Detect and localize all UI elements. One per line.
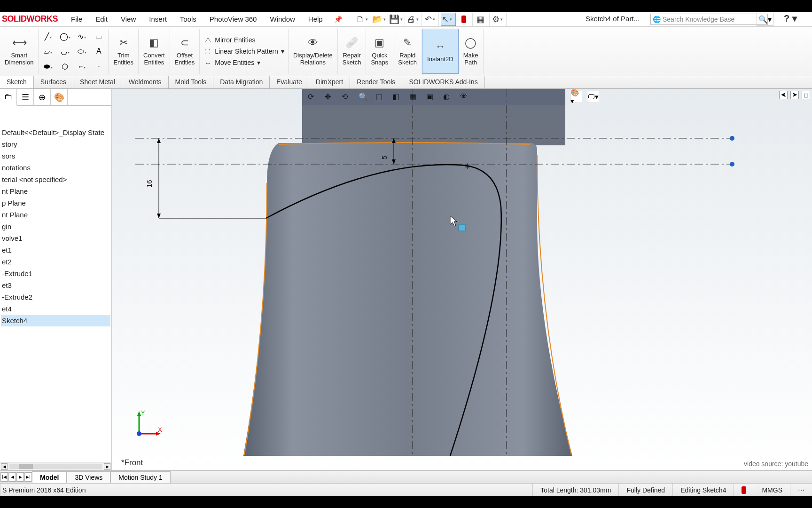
save-icon[interactable]: 💾 [390,13,405,26]
tree-item[interactable]: terial <not specified> [1,174,110,185]
tree-item[interactable]: p Plane [1,197,110,209]
scroll-right-icon[interactable]: ▶ [104,463,110,470]
hide-show-icon[interactable]: ▣ [426,92,437,103]
tree-item[interactable]: sors [1,150,110,162]
move-entities-button[interactable]: ↔Move Entities ▾ [203,58,284,67]
offset-entities-button[interactable]: ⊂ Offset Entities [170,29,200,74]
mirror-entities-button[interactable]: ⧋Mirror Entities [203,36,284,44]
new-document-icon[interactable]: 🗋 [356,13,371,26]
tab-sketch[interactable]: Sketch [0,76,34,88]
tab-next-icon[interactable]: ▶ [16,472,24,482]
tree-item[interactable]: notations [1,162,110,174]
menu-help[interactable]: Help [302,12,329,26]
search-input[interactable]: 🌐 Search Knowledge Base [650,14,768,25]
zoom-icon[interactable]: 🔍 [359,92,369,103]
trim-entities-button[interactable]: ✂ Trim Entities [109,29,139,74]
quick-snaps-button[interactable]: ▣ Quick Snaps [366,29,393,74]
tree-item[interactable]: volve1 [1,232,110,244]
display-delete-relations-button[interactable]: 👁 Display/Delete Relations [289,29,338,74]
fillet-tool-icon[interactable]: ⌐ [75,61,88,71]
tree-item[interactable]: -Extrude2 [1,291,110,303]
convert-entities-button[interactable]: ◧ Convert Entities [139,29,170,74]
tree-item[interactable]: story [1,138,110,150]
view-triad[interactable]: Y X [131,409,164,442]
rotate-icon[interactable]: ⟲ [342,92,352,103]
status-units[interactable]: MMGS [754,484,790,496]
rectangle-tool-icon[interactable]: ▭ [92,31,105,41]
edit-appearance-icon[interactable]: 🎨▾ [570,91,582,103]
tree-item-active-sketch[interactable]: Sketch4 [1,315,110,326]
menu-edit[interactable]: Edit [89,12,114,26]
repair-sketch-button[interactable]: 🩹 Repair Sketch [338,29,367,74]
search-button[interactable]: 🔍▾ [757,13,773,26]
make-path-button[interactable]: ◯ Make Path [459,29,484,74]
text-tool-icon[interactable]: A [92,46,105,56]
tab-evaluate[interactable]: Evaluate [270,76,309,88]
scene-icon[interactable]: 👁 [460,92,470,103]
tab-sheet-metal[interactable]: Sheet Metal [73,76,122,88]
polygon-tool-icon[interactable]: ⬡ [58,61,71,71]
menu-file[interactable]: File [64,12,89,26]
feature-tree[interactable]: Default<<Default>_Display State story so… [0,106,111,327]
property-manager-tab-icon[interactable]: ☰ [17,89,34,106]
tab-motion-study[interactable]: Motion Study 1 [110,471,170,483]
tree-item[interactable]: -Extrude1 [1,268,110,279]
tab-surfaces[interactable]: Surfaces [34,76,73,88]
circle-tool-icon[interactable]: ◯ [58,31,71,41]
tab-render-tools[interactable]: Render Tools [350,76,402,88]
tab-prev-icon[interactable]: ◀ [8,472,16,482]
slot-tool-icon[interactable]: ⬬ [41,61,55,71]
menu-tools[interactable]: Tools [173,12,203,26]
pan-icon[interactable]: ✥ [325,92,335,103]
select-icon[interactable]: ↖ [441,13,456,26]
spline-tool-icon[interactable]: ∿ [75,31,88,41]
line-tool-icon[interactable]: ╱ [41,31,55,41]
status-more-icon[interactable]: ⋯ [790,484,812,496]
scroll-left-icon[interactable]: ◀ [1,463,8,470]
tab-weldments[interactable]: Weldments [122,76,169,88]
view-settings-icon[interactable]: 🖵▾ [587,91,599,103]
display-manager-tab-icon[interactable]: 🎨 [51,89,68,106]
zoom-fit-icon[interactable]: ⟳ [308,92,318,103]
tree-item[interactable]: gin [1,221,110,232]
linear-pattern-button[interactable]: ⸬Linear Sketch Pattern ▾ [203,47,284,56]
tree-item[interactable]: et3 [1,279,110,291]
menu-photoview[interactable]: PhotoView 360 [203,12,264,26]
options-icon[interactable]: ⚙ [492,13,507,26]
display-style-icon[interactable]: ▦ [409,92,420,103]
pin-icon[interactable]: 📌 [329,16,347,23]
model-view[interactable]: ✳ 5 16 [112,89,812,456]
help-icon[interactable]: ? ▾ [784,13,797,24]
rapid-sketch-button[interactable]: ✎ Rapid Sketch [393,29,422,74]
tree-display-state[interactable]: Default<<Default>_Display State [1,127,110,138]
tab-first-icon[interactable]: |◀ [0,472,8,482]
point-tool-icon[interactable]: · [92,61,105,71]
graphics-viewport[interactable]: ⮜ ⮞ ▢ [112,89,812,470]
tab-last-icon[interactable]: ▶| [24,472,32,482]
tab-model[interactable]: Model [32,471,67,483]
appearance-icon[interactable]: ◐ [443,92,453,103]
tab-3d-views[interactable]: 3D Views [67,471,110,483]
corner-rect-tool-icon[interactable]: ▱ [41,46,55,56]
ellipse-tool-icon[interactable]: ⬭ [75,46,88,56]
rebuild-light-icon[interactable] [458,13,473,26]
print-icon[interactable]: 🖨 [407,13,422,26]
menu-view[interactable]: View [114,12,142,26]
dimension-16[interactable]: 16 [145,180,153,188]
open-document-icon[interactable]: 📂 [373,13,388,26]
tab-addins[interactable]: SOLIDWORKS Add-Ins [402,76,484,88]
tab-data-migration[interactable]: Data Migration [213,76,270,88]
dimension-5[interactable]: 5 [380,156,388,159]
configuration-tab-icon[interactable]: ⊕ [34,89,51,106]
feature-tree-tab-icon[interactable]: 🗀 [0,89,17,106]
smart-dimension-button[interactable]: ⟷ Smart Dimension [0,29,39,74]
instant2d-button[interactable]: ↔ Instant2D [422,29,459,74]
menu-window[interactable]: Window [263,12,301,26]
sidebar-scrollbar[interactable]: ◀ ▶ [0,462,111,470]
tree-item[interactable]: et1 [1,244,110,256]
rebuild-icon[interactable]: ▦ [475,13,490,26]
tab-dimxpert[interactable]: DimXpert [309,76,350,88]
section-icon[interactable]: ◫ [375,92,386,103]
status-rebuild-light[interactable] [734,484,754,496]
tab-mold-tools[interactable]: Mold Tools [169,76,214,88]
